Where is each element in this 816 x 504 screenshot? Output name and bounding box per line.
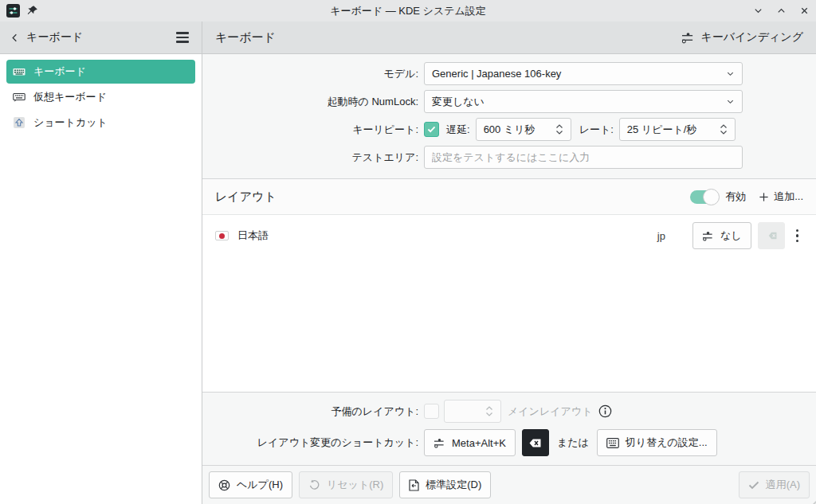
layouts-title: レイアウト (215, 189, 277, 205)
sidebar-list: キーボード 仮想キーボード ショートカット (0, 54, 202, 140)
back-button-label[interactable]: キーボード (26, 30, 83, 45)
key-repeat-checkbox[interactable] (424, 122, 439, 137)
maximize-icon[interactable] (776, 6, 787, 16)
document-revert-icon (409, 479, 419, 491)
numlock-label: 起動時の NumLock: (202, 95, 424, 109)
back-icon[interactable] (10, 33, 20, 43)
spare-layout-checkbox[interactable] (424, 404, 439, 419)
check-icon (748, 481, 759, 490)
clear-variant-button (758, 222, 785, 249)
undo-icon (308, 479, 320, 490)
configure-switching-label: 切り替えの設定... (626, 436, 708, 450)
shift-key-icon (13, 116, 26, 129)
delay-label: 遅延: (439, 123, 476, 137)
spare-layout-spinbox (444, 400, 501, 423)
add-layout-button[interactable]: 追加... (752, 189, 803, 204)
change-shortcut-label: レイアウト変更のショートカット: (202, 436, 424, 450)
layout-options-section: 予備のレイアウト: メインレイアウト レイアウト変更のショートカット: (202, 392, 816, 465)
layout-variant-button[interactable]: なし (692, 222, 751, 249)
content-area: キーボード キーバインディング モデル: Generic | Japanese … (202, 21, 816, 504)
row-menu-icon[interactable] (791, 225, 804, 248)
reset-label: リセット(R) (327, 478, 383, 492)
layouts-list: 日本語 jp なし (202, 215, 816, 392)
shortcut-value: Meta+Alt+K (452, 437, 506, 449)
model-combobox[interactable]: Generic | Japanese 106-key (424, 62, 743, 85)
delay-value: 600 ミリ秒 (484, 123, 536, 137)
japan-flag-icon (215, 231, 229, 240)
defaults-label: 標準設定(D) (426, 478, 481, 492)
layout-row-japanese[interactable]: 日本語 jp なし (215, 220, 803, 252)
sidebar-item-keyboard[interactable]: キーボード (6, 60, 195, 84)
titlebar: キーボード — KDE システム設定 (0, 0, 816, 21)
layout-name: 日本語 (229, 229, 269, 243)
footer-buttons: ヘルプ(H) リセット(R) 標準設定(D) 適用(A) (202, 465, 816, 504)
test-area-label: テストエリア: (202, 150, 424, 165)
sidebar-item-virtual-keyboard[interactable]: 仮想キーボード (6, 85, 195, 109)
apply-label: 適用(A) (766, 478, 800, 492)
keyboard-icon (13, 65, 26, 78)
rate-label: レート: (571, 123, 619, 137)
window-title: キーボード — KDE システム設定 (0, 4, 816, 18)
shortcut-button[interactable]: Meta+Alt+K (424, 429, 516, 456)
chevron-down-icon (726, 97, 735, 106)
layout-variant-label: なし (720, 229, 742, 243)
virtual-keyboard-icon (13, 91, 26, 104)
chevron-down-icon (726, 69, 735, 78)
defaults-button[interactable]: 標準設定(D) (399, 471, 491, 498)
check-icon (427, 126, 436, 133)
keybindings-label: キーバインディング (700, 30, 803, 45)
layouts-enabled-label: 有効 (725, 189, 746, 204)
keybindings-button[interactable]: キーバインディング (681, 30, 803, 45)
numlock-value: 変更しない (432, 95, 726, 109)
menu-icon[interactable] (173, 29, 192, 46)
toggle-knob (703, 189, 720, 205)
sidebar-item-shortcuts[interactable]: ショートカット (6, 111, 195, 135)
model-value: Generic | Japanese 106-key (432, 68, 726, 80)
model-label: モデル: (202, 67, 424, 81)
layouts-enabled-toggle[interactable] (690, 190, 719, 204)
key-repeat-label: キーリピート: (202, 123, 424, 137)
help-button[interactable]: ヘルプ(H) (209, 471, 292, 498)
kde-system-settings-window: キーボード — KDE システム設定 キーボード キーボード (0, 0, 816, 504)
apply-button[interactable]: 適用(A) (739, 471, 810, 498)
layout-code: jp (657, 230, 686, 242)
help-icon (218, 479, 230, 491)
test-area-input-wrap (424, 146, 743, 169)
page-title: キーボード (215, 30, 276, 45)
sidebar-item-label: キーボード (33, 64, 86, 79)
sidebar-item-label: 仮想キーボード (33, 90, 107, 104)
main-layout-label: メインレイアウト (508, 404, 592, 419)
reset-button[interactable]: リセット(R) (299, 471, 393, 498)
clear-shortcut-button[interactable] (522, 429, 549, 456)
sliders-icon (702, 231, 714, 241)
backspace-icon (528, 438, 542, 448)
help-label: ヘルプ(H) (237, 478, 283, 492)
pin-icon[interactable] (26, 5, 38, 17)
sidebar-item-label: ショートカット (33, 115, 108, 130)
minimize-icon[interactable] (753, 6, 763, 16)
close-icon[interactable] (799, 6, 810, 16)
numlock-combobox[interactable]: 変更しない (424, 90, 743, 113)
content-header: キーボード キーバインディング (202, 21, 816, 54)
test-area-input[interactable] (432, 151, 735, 163)
spinner-arrows-icon[interactable] (555, 124, 563, 135)
plus-icon (759, 192, 769, 202)
sidebar: キーボード キーボード 仮想キーボード (0, 21, 202, 504)
backspace-icon (765, 231, 778, 240)
add-layout-label: 追加... (774, 189, 803, 204)
keyboard-icon (606, 438, 619, 448)
rate-value: 25 リピート/秒 (627, 123, 697, 137)
rate-spinbox[interactable]: 25 リピート/秒 (619, 118, 736, 141)
spare-layout-label: 予備のレイアウト: (202, 404, 424, 419)
app-icon[interactable] (6, 4, 20, 18)
spinner-arrows-icon[interactable] (720, 124, 728, 135)
sliders-icon (434, 438, 445, 448)
keyboard-form: モデル: Generic | Japanese 106-key 起動時の Num… (202, 54, 816, 178)
keybindings-icon (681, 32, 695, 44)
configure-switching-button[interactable]: 切り替えの設定... (597, 429, 717, 456)
delay-spinbox[interactable]: 600 ミリ秒 (476, 118, 571, 141)
or-label: または (557, 436, 589, 450)
info-icon[interactable] (598, 404, 612, 418)
sidebar-header: キーボード (0, 21, 202, 54)
layouts-section-header: レイアウト 有効 追加... (202, 178, 816, 215)
